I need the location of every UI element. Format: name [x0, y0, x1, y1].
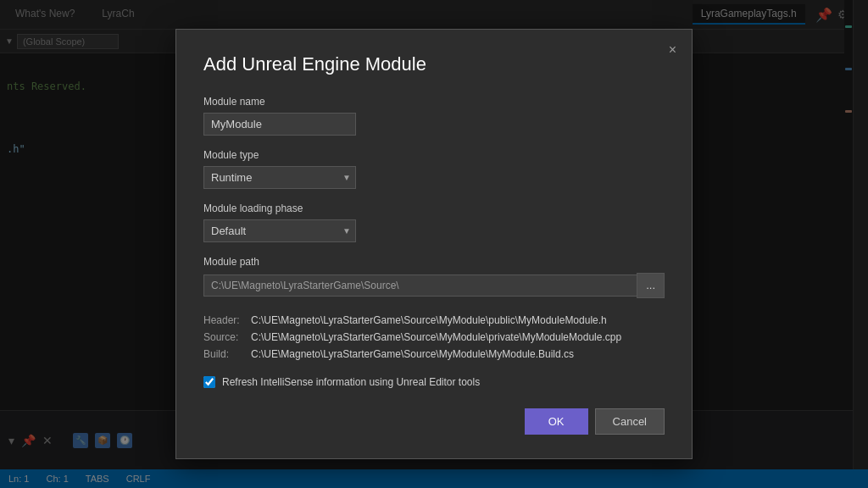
- module-type-label: Module type: [203, 149, 665, 161]
- module-loading-phase-group: Module loading phase Default PreDefault …: [203, 202, 665, 242]
- intellisense-checkbox[interactable]: [203, 376, 215, 388]
- modal-overlay: × Add Unreal Engine Module Module name M…: [0, 0, 868, 488]
- module-name-input[interactable]: [203, 113, 356, 136]
- header-label: Header:: [203, 312, 251, 329]
- module-name-group: Module name: [203, 96, 665, 136]
- module-path-input[interactable]: [203, 274, 637, 297]
- add-module-dialog: × Add Unreal Engine Module Module name M…: [175, 29, 693, 459]
- dialog-title: Add Unreal Engine Module: [203, 53, 665, 75]
- build-row: Build: C:\UE\Magneto\LyraStarterGame\Sou…: [203, 346, 665, 363]
- build-value: C:\UE\Magneto\LyraStarterGame\Source\MyM…: [251, 346, 574, 363]
- module-name-label: Module name: [203, 96, 665, 108]
- browse-button[interactable]: ...: [637, 273, 665, 298]
- module-path-label: Module path: [203, 256, 665, 268]
- module-type-group: Module type Runtime Editor EditorNoComma…: [203, 149, 665, 189]
- source-row: Source: C:\UE\Magneto\LyraStarterGame\So…: [203, 329, 665, 346]
- source-value: C:\UE\Magneto\LyraStarterGame\Source\MyM…: [251, 329, 621, 346]
- close-button[interactable]: ×: [664, 40, 682, 60]
- module-path-group: Module path ...: [203, 256, 665, 298]
- build-label: Build:: [203, 346, 251, 363]
- module-path-row: ...: [203, 273, 665, 298]
- file-info: Header: C:\UE\Magneto\LyraStarterGame\So…: [203, 312, 665, 363]
- module-type-select[interactable]: Runtime Editor EditorNoCommandlet Develo…: [203, 166, 356, 189]
- module-loading-phase-wrapper: Default PreDefault PostDefault PreEngine…: [203, 219, 356, 242]
- header-value: C:\UE\Magneto\LyraStarterGame\Source\MyM…: [251, 312, 607, 329]
- module-type-wrapper: Runtime Editor EditorNoCommandlet Develo…: [203, 166, 356, 189]
- cancel-button[interactable]: Cancel: [595, 408, 665, 435]
- intellisense-label[interactable]: Refresh IntelliSense information using U…: [222, 376, 480, 388]
- dialog-actions: OK Cancel: [203, 408, 665, 435]
- intellisense-checkbox-row: Refresh IntelliSense information using U…: [203, 376, 665, 388]
- module-loading-phase-label: Module loading phase: [203, 202, 665, 214]
- header-row: Header: C:\UE\Magneto\LyraStarterGame\So…: [203, 312, 665, 329]
- module-loading-phase-select[interactable]: Default PreDefault PostDefault PreEngine…: [203, 219, 356, 242]
- source-label: Source:: [203, 329, 251, 346]
- ok-button[interactable]: OK: [525, 408, 588, 435]
